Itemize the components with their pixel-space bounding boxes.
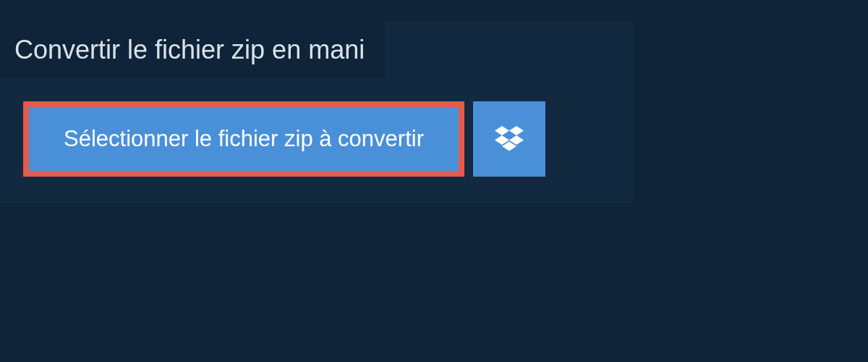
dropbox-button[interactable] <box>473 101 545 177</box>
dropbox-icon <box>495 126 524 152</box>
converter-panel: Convertir le fichier zip en mani Sélecti… <box>0 22 633 203</box>
title-bar: Convertir le fichier zip en mani <box>0 22 385 78</box>
highlight-frame: Sélectionner le fichier zip à convertir <box>23 101 464 177</box>
button-row: Sélectionner le fichier zip à convertir <box>0 78 633 203</box>
page-title: Convertir le fichier zip en mani <box>14 35 365 65</box>
select-file-button[interactable]: Sélectionner le fichier zip à convertir <box>29 107 459 171</box>
